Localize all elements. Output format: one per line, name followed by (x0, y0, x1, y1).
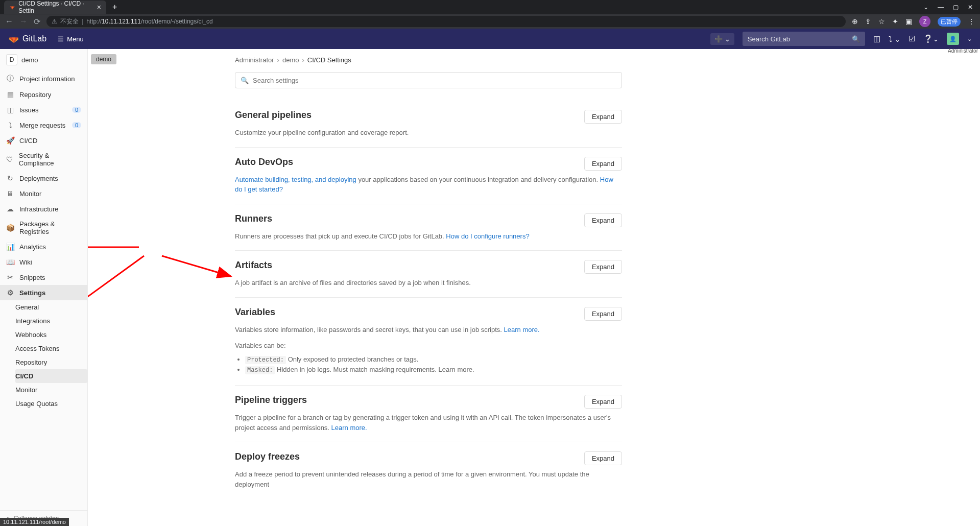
pause-badge[interactable]: 已暂停 (938, 17, 961, 27)
settings-cicd[interactable]: CI/CD (15, 369, 87, 383)
search-settings[interactable]: 🔍 (235, 72, 622, 88)
share-icon[interactable]: ⇪ (865, 17, 871, 26)
chevron-down-icon: ⌄ (725, 35, 730, 43)
expand-button[interactable]: Expand (584, 157, 622, 171)
help-icon[interactable]: ❔⌄ (923, 34, 939, 43)
todos-icon[interactable]: ☑ (909, 34, 915, 43)
reload-button[interactable]: ⟳ (34, 17, 40, 27)
new-dropdown[interactable]: ➕⌄ (710, 33, 734, 45)
section-desc: Automate building, testing, and deployin… (235, 175, 622, 195)
settings-usage-quotas[interactable]: Usage Quotas (15, 397, 87, 411)
translate-icon[interactable]: ⊕ (852, 17, 858, 26)
sidebar-item-monitor[interactable]: 🖥Monitor (0, 186, 87, 201)
breadcrumb-admin[interactable]: Administrator (235, 56, 274, 64)
gitlab-favicon (9, 4, 15, 11)
breadcrumb-project[interactable]: demo (282, 56, 299, 64)
merge-requests-icon[interactable]: ⤵ ⌄ (889, 35, 900, 43)
search-input[interactable] (748, 35, 848, 43)
insecure-icon: ⚠ (52, 18, 57, 25)
sidebar-item-wiki[interactable]: 📖Wiki (0, 254, 87, 270)
link-learn-more[interactable]: Learn more. (439, 366, 474, 373)
insecure-label: 不安全 (60, 17, 79, 26)
expand-button[interactable]: Expand (584, 395, 622, 409)
back-button[interactable]: ← (5, 17, 13, 26)
panel-icon[interactable]: ▣ (905, 17, 912, 26)
address-bar: ← → ⟳ ⚠ 不安全 | http://10.11.121.111/root/… (0, 14, 980, 29)
rocket-icon: 🚀 (6, 136, 14, 145)
sidebar-item-deployments[interactable]: ↻Deployments (0, 171, 87, 186)
context-header: demo (91, 54, 116, 63)
chevron-down-icon[interactable]: ⌄ (967, 36, 972, 42)
global-search[interactable]: 🔍 (743, 32, 865, 46)
settings-general[interactable]: General (15, 300, 87, 314)
project-avatar: D (6, 54, 17, 65)
section-title: General pipelines (235, 110, 312, 121)
settings-webhooks[interactable]: Webhooks (15, 328, 87, 342)
main-content: demo Administrator › demo › CI/CD Settin… (88, 49, 980, 526)
close-window-icon[interactable]: ✕ (968, 4, 973, 11)
sidebar-item-analytics[interactable]: 📊Analytics (0, 239, 87, 254)
user-avatar[interactable]: 👤 (947, 33, 959, 45)
forward-button[interactable]: → (19, 17, 28, 26)
settings-monitor[interactable]: Monitor (15, 383, 87, 397)
new-tab-button[interactable]: + (112, 3, 117, 12)
section-title: Auto DevOps (235, 157, 293, 168)
link-configure-runners[interactable]: How do I configure runners? (446, 232, 529, 240)
search-settings-input[interactable] (253, 77, 616, 84)
minimize-icon[interactable]: — (938, 4, 944, 11)
sidebar-item-infrastructure[interactable]: ☁Infrastructure (0, 201, 87, 217)
browser-tab[interactable]: CI/CD Settings · CI/CD · Settin × (4, 1, 106, 14)
sidebar-item-issues[interactable]: ◫Issues0 (0, 102, 87, 117)
close-icon[interactable]: × (97, 3, 101, 11)
sidebar-item-merge-requests[interactable]: ⤵Merge requests0 (0, 117, 87, 133)
expand-button[interactable]: Expand (584, 213, 622, 227)
sidebar-item-cicd[interactable]: 🚀CI/CD (0, 133, 87, 148)
extensions-icon[interactable]: ✦ (892, 17, 898, 26)
link-automate[interactable]: Automate building, testing, and deployin… (235, 176, 356, 183)
mr-badge: 0 (72, 122, 81, 128)
sidebar-item-project-information[interactable]: ⓘProject information (0, 70, 87, 87)
section-deploy-freezes: Deploy freezes Expand Add a freeze perio… (235, 442, 622, 498)
gitlab-logo[interactable]: GitLab (8, 33, 46, 44)
gear-icon: ⚙ (6, 289, 14, 297)
menu-icon[interactable]: ⋮ (968, 17, 975, 26)
merge-icon: ⤵ (6, 121, 14, 129)
settings-access-tokens[interactable]: Access Tokens (15, 342, 87, 355)
section-variables: Variables Expand Variables store informa… (235, 298, 622, 386)
expand-button[interactable]: Expand (584, 110, 622, 124)
expand-button[interactable]: Expand (584, 307, 622, 321)
link-learn-more[interactable]: Learn more. (331, 424, 367, 432)
section-runners: Runners Expand Runners are processes tha… (235, 204, 622, 251)
link-learn-more[interactable]: Learn more. (504, 326, 540, 333)
plus-icon: ➕ (714, 35, 723, 43)
section-desc: Variables store information, like passwo… (235, 325, 622, 335)
section-title: Artifacts (235, 260, 272, 271)
settings-integrations[interactable]: Integrations (15, 314, 87, 328)
chevron-down-icon[interactable]: ⌄ (923, 4, 928, 11)
chart-icon: 📊 (6, 243, 14, 251)
settings-repository[interactable]: Repository (15, 355, 87, 369)
sidebar-item-repository[interactable]: ▤Repository (0, 87, 87, 102)
context-pill[interactable]: demo (91, 54, 116, 64)
menu-button[interactable]: ☰ Menu (58, 35, 84, 43)
project-header[interactable]: D demo (0, 49, 87, 70)
sidebar-item-security[interactable]: 🛡Security & Compliance (0, 148, 87, 171)
sidebar-item-settings[interactable]: ⚙Settings (0, 285, 87, 300)
url-field[interactable]: ⚠ 不安全 | http://10.11.121.111/root/demo/-… (46, 16, 846, 27)
bookmark-icon[interactable]: ☆ (878, 17, 885, 26)
breadcrumb-current: CI/CD Settings (307, 56, 351, 64)
annotation-arrows (88, 233, 241, 386)
section-title: Pipeline triggers (235, 395, 307, 405)
svg-line-2 (88, 256, 144, 330)
sidebar-item-snippets[interactable]: ✂Snippets (0, 270, 87, 285)
issues-icon[interactable]: ◫ (873, 34, 880, 43)
variables-canbe: Variables can be: (235, 342, 622, 349)
profile-avatar[interactable]: Z (919, 16, 930, 27)
expand-button[interactable]: Expand (584, 451, 622, 465)
sidebar-item-packages[interactable]: 📦Packages & Registries (0, 217, 87, 239)
maximize-icon[interactable]: ▢ (953, 4, 959, 11)
list-item: Masked: Hidden in job logs. Must match m… (245, 366, 622, 374)
section-auto-devops: Auto DevOps Expand Automate building, te… (235, 148, 622, 204)
section-title: Deploy freezes (235, 451, 300, 462)
expand-button[interactable]: Expand (584, 260, 622, 274)
